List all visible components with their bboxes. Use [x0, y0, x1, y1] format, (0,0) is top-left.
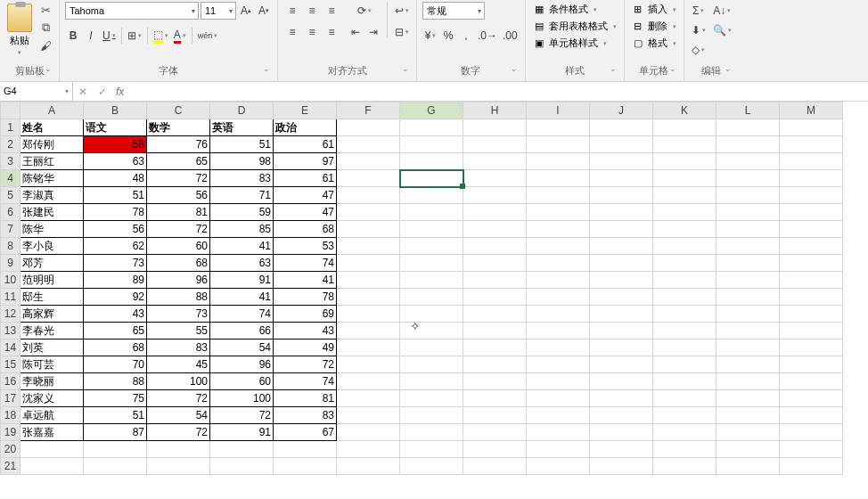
grid-cell[interactable]: 83	[274, 407, 337, 424]
grid-cell[interactable]	[780, 441, 843, 458]
grid-cell[interactable]	[653, 272, 717, 289]
align-bottom-icon[interactable]: ≡	[323, 2, 340, 20]
currency-button[interactable]: ¥	[422, 27, 438, 45]
wrap-text-button[interactable]: ↩	[393, 2, 411, 20]
grid-cell[interactable]: 74	[210, 306, 274, 323]
grid-cell[interactable]	[527, 272, 590, 289]
grid-cell[interactable]	[527, 255, 590, 272]
grid-cell[interactable]	[210, 441, 274, 458]
grid-cell[interactable]	[400, 153, 463, 170]
grid-cell[interactable]: 60	[210, 373, 274, 390]
grid-cell[interactable]	[590, 204, 653, 221]
grid-cell[interactable]	[400, 170, 463, 187]
copy-icon[interactable]: ⧉	[37, 20, 53, 36]
grid-cell[interactable]	[337, 390, 400, 407]
grid-cell[interactable]	[337, 170, 400, 187]
conditional-format-button[interactable]: ▦条件格式	[531, 2, 618, 17]
grid-cell[interactable]	[780, 424, 843, 441]
grid-cell[interactable]	[463, 356, 527, 373]
grid-cell[interactable]: 陈铭华	[20, 170, 84, 187]
grid-cell[interactable]	[337, 356, 400, 373]
grid-cell[interactable]: 97	[274, 153, 337, 170]
grid-cell[interactable]	[463, 323, 527, 339]
italic-button[interactable]: I	[83, 27, 99, 45]
grid-cell[interactable]: 91	[210, 424, 274, 441]
increase-indent-icon[interactable]: ⇥	[365, 23, 381, 41]
grid-cell[interactable]	[653, 356, 717, 373]
cut-icon[interactable]: ✂	[37, 2, 53, 18]
grid-cell[interactable]	[653, 119, 717, 136]
grid-cell[interactable]: 卓远航	[20, 407, 84, 424]
grid-cell[interactable]: 98	[210, 153, 274, 170]
grid-cell[interactable]: 41	[210, 289, 274, 306]
grid-cell[interactable]	[84, 458, 147, 475]
spreadsheet-grid[interactable]: ABCDEFGHIJKLM1姓名语文数学英语政治2郑传刚587651613王丽红…	[0, 102, 843, 475]
fx-icon[interactable]: fx	[112, 86, 124, 98]
grid-cell[interactable]: 96	[147, 272, 210, 289]
grid-cell[interactable]	[717, 255, 780, 272]
clear-button[interactable]: ◇	[690, 41, 708, 59]
grid-cell[interactable]	[590, 424, 653, 441]
sort-filter-button[interactable]: A↓	[711, 2, 733, 20]
row-header[interactable]: 17	[1, 390, 20, 407]
row-header[interactable]: 19	[1, 424, 20, 441]
grid-cell[interactable]	[780, 373, 843, 390]
grid-cell[interactable]: 43	[84, 306, 147, 323]
grid-cell[interactable]	[653, 339, 717, 356]
grid-cell[interactable]: 张嘉嘉	[20, 424, 84, 441]
grid-cell[interactable]	[717, 153, 780, 170]
grid-cell[interactable]	[780, 458, 843, 475]
grid-cell[interactable]	[590, 390, 653, 407]
grid-cell[interactable]	[400, 238, 463, 255]
grid-cell[interactable]	[337, 238, 400, 255]
grid-cell[interactable]	[780, 170, 843, 187]
grid-cell[interactable]	[400, 136, 463, 153]
grid-cell[interactable]	[780, 221, 843, 238]
row-header[interactable]: 10	[1, 272, 20, 289]
grid-cell[interactable]: 56	[84, 221, 147, 238]
grid-cell[interactable]: 72	[147, 170, 210, 187]
grid-cell[interactable]	[274, 458, 337, 475]
col-header[interactable]: M	[780, 102, 843, 119]
col-header[interactable]: F	[337, 102, 400, 119]
grid-cell[interactable]	[717, 272, 780, 289]
grid-cell[interactable]: 78	[274, 289, 337, 306]
decrease-decimal-icon[interactable]: .00	[501, 27, 520, 45]
grid-cell[interactable]	[653, 323, 717, 339]
grid-cell[interactable]	[527, 187, 590, 204]
row-header[interactable]: 4	[1, 170, 20, 187]
grid-cell[interactable]	[527, 289, 590, 306]
border-button[interactable]: ⊞	[126, 27, 143, 45]
grid-cell[interactable]	[590, 458, 653, 475]
grid-cell[interactable]	[84, 441, 147, 458]
grid-cell[interactable]	[274, 441, 337, 458]
grid-cell[interactable]: 英语	[210, 119, 274, 136]
grid-cell[interactable]: 邸生	[20, 289, 84, 306]
col-header[interactable]: H	[463, 102, 527, 119]
grid-cell[interactable]	[463, 441, 527, 458]
grid-cell[interactable]: 61	[274, 170, 337, 187]
grid-cell[interactable]: 数学	[147, 119, 210, 136]
grid-cell[interactable]	[653, 458, 717, 475]
grid-cell[interactable]	[653, 221, 717, 238]
grid-cell[interactable]	[527, 407, 590, 424]
grid-cell[interactable]	[590, 153, 653, 170]
grid-cell[interactable]: 51	[210, 136, 274, 153]
grid-cell[interactable]: 语文	[84, 119, 147, 136]
col-header[interactable]: I	[527, 102, 590, 119]
grid-cell[interactable]	[780, 306, 843, 323]
grid-cell[interactable]	[780, 323, 843, 339]
col-header[interactable]: L	[717, 102, 780, 119]
grid-cell[interactable]	[463, 204, 527, 221]
grid-cell[interactable]: 李淑真	[20, 187, 84, 204]
grid-cell[interactable]	[400, 255, 463, 272]
grid-cell[interactable]	[527, 204, 590, 221]
grid-cell[interactable]	[400, 390, 463, 407]
align-center-icon[interactable]: ≡	[303, 23, 321, 41]
grid-cell[interactable]	[463, 187, 527, 204]
col-header[interactable]: E	[274, 102, 337, 119]
grid-cell[interactable]: 96	[210, 356, 274, 373]
grid-cell[interactable]: 74	[274, 373, 337, 390]
grid-cell[interactable]	[527, 356, 590, 373]
grid-cell[interactable]	[337, 407, 400, 424]
